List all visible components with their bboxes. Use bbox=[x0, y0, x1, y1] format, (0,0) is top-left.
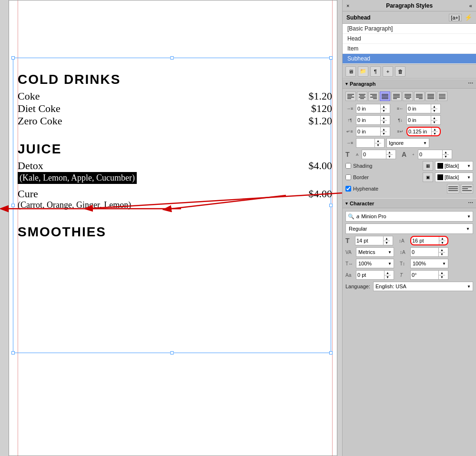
size-up[interactable]: ▲ bbox=[384, 236, 390, 241]
last-indent-field[interactable] bbox=[407, 129, 431, 134]
indent-right-field[interactable] bbox=[407, 106, 431, 111]
space-after-input[interactable]: ▲ ▼ bbox=[406, 115, 441, 125]
indent-left-field[interactable] bbox=[356, 106, 380, 111]
leading-down[interactable]: ▼ bbox=[439, 241, 446, 245]
align-justify[interactable] bbox=[380, 91, 390, 101]
space-before-field[interactable] bbox=[356, 117, 380, 123]
style-item-subhead[interactable]: Subhead bbox=[343, 54, 476, 64]
handle-bl[interactable] bbox=[11, 351, 15, 355]
indent-left-down[interactable]: ▼ bbox=[381, 109, 387, 113]
shift-input[interactable]: ▲ ▼ bbox=[410, 247, 448, 257]
character-section-menu[interactable]: ⋯ bbox=[468, 200, 473, 206]
first-indent-up[interactable]: ▲ bbox=[381, 127, 387, 132]
size-field[interactable] bbox=[355, 238, 383, 243]
style-item-basic[interactable]: [Basic Paragraph] bbox=[343, 24, 476, 34]
vscale-select[interactable]: 100% ▼ bbox=[410, 259, 448, 268]
baseline-field[interactable] bbox=[356, 272, 384, 278]
handle-tl[interactable] bbox=[11, 56, 15, 60]
baseline-up[interactable]: ▲ bbox=[385, 271, 391, 275]
ignore-spin-field[interactable] bbox=[356, 140, 375, 146]
ignore-spin[interactable]: ▲ ▼ bbox=[356, 138, 385, 148]
space-after-down[interactable]: ▼ bbox=[431, 121, 437, 125]
size-down[interactable]: ▼ bbox=[384, 241, 390, 245]
space-after-up[interactable]: ▲ bbox=[431, 116, 437, 121]
first-indent-input[interactable]: ▲ ▼ bbox=[356, 127, 390, 136]
kern-select[interactable]: Metrics ▼ bbox=[356, 247, 394, 257]
drop-cap-lines-field[interactable] bbox=[362, 152, 386, 157]
close-button[interactable]: × bbox=[346, 3, 349, 9]
handle-bc[interactable] bbox=[171, 351, 174, 355]
add-style-btn[interactable]: + bbox=[383, 66, 393, 77]
space-after-field[interactable] bbox=[407, 117, 431, 123]
space-before-down[interactable]: ▼ bbox=[381, 121, 387, 125]
first-indent-field[interactable] bbox=[356, 129, 380, 134]
indent-right-down[interactable]: ▼ bbox=[431, 109, 437, 113]
font-search-row[interactable]: 🔍 a ▼ bbox=[345, 211, 473, 222]
handle-tr[interactable] bbox=[329, 56, 333, 60]
indent-right-up[interactable]: ▲ bbox=[431, 104, 437, 109]
ignore-select[interactable]: Ignore ▼ bbox=[386, 138, 429, 148]
shading-checkbox[interactable] bbox=[345, 163, 351, 169]
drop-cap-chars[interactable]: ▲ ▼ bbox=[418, 150, 452, 159]
lightning-icon[interactable]: ⚡ bbox=[465, 14, 472, 21]
drop-cap-lines[interactable]: ▲ ▼ bbox=[362, 150, 396, 159]
indent-right-input[interactable]: ▲ ▼ bbox=[406, 104, 441, 113]
space-before-up[interactable]: ▲ bbox=[381, 116, 387, 121]
hyph-btn2[interactable] bbox=[461, 184, 473, 193]
drop-cap-lines-down[interactable]: ▼ bbox=[386, 155, 393, 159]
hyphenate-checkbox[interactable] bbox=[345, 186, 351, 192]
bracket-icon[interactable]: [a+] bbox=[449, 14, 462, 21]
language-select[interactable]: English: USA ▼ bbox=[373, 282, 473, 291]
style-item-item[interactable]: Item bbox=[343, 44, 476, 54]
skew-up[interactable]: ▲ bbox=[439, 271, 445, 275]
align-last-justify[interactable] bbox=[437, 91, 447, 101]
paragraph-mark-btn[interactable]: ¶ bbox=[370, 66, 381, 77]
drop-cap-lines-up[interactable]: ▲ bbox=[386, 150, 393, 155]
character-section-header[interactable]: ▾ Character ⋯ bbox=[343, 198, 476, 208]
skew-field[interactable] bbox=[411, 272, 438, 278]
collapse-button[interactable]: « bbox=[469, 3, 472, 9]
shift-field[interactable] bbox=[411, 249, 438, 255]
delete-style-btn[interactable]: 🗑 bbox=[395, 66, 405, 77]
drop-cap-chars-down[interactable]: ▼ bbox=[443, 155, 449, 159]
baseline-down[interactable]: ▼ bbox=[385, 275, 391, 280]
skew-input[interactable]: ▲ ▼ bbox=[410, 270, 448, 280]
monitor-icon-btn[interactable]: 🖥 bbox=[345, 66, 356, 77]
align-left[interactable] bbox=[345, 91, 356, 101]
font-name-arrow[interactable]: ▼ bbox=[467, 214, 471, 219]
skew-down[interactable]: ▼ bbox=[439, 275, 445, 280]
size-input[interactable]: ▲ ▼ bbox=[355, 236, 393, 245]
border-checkbox[interactable] bbox=[345, 174, 351, 180]
indent-left-input[interactable]: ▲ ▼ bbox=[356, 104, 390, 113]
hyph-btn1[interactable] bbox=[447, 184, 459, 193]
ignore-up[interactable]: ▲ bbox=[375, 139, 381, 143]
border-grid-icon[interactable]: ▣ bbox=[423, 172, 433, 182]
handle-br[interactable] bbox=[329, 351, 333, 355]
align-justify-all[interactable] bbox=[425, 91, 436, 101]
shift-down[interactable]: ▼ bbox=[439, 253, 445, 257]
last-indent-down[interactable]: ▼ bbox=[432, 132, 438, 136]
baseline-input[interactable]: ▲ ▼ bbox=[356, 270, 394, 280]
align-center[interactable] bbox=[357, 91, 367, 101]
last-indent-input[interactable]: ▲ ▼ bbox=[406, 127, 441, 136]
leading-up[interactable]: ▲ bbox=[439, 237, 446, 241]
paragraph-section-menu[interactable]: ⋯ bbox=[468, 81, 473, 87]
handle-ml[interactable] bbox=[11, 204, 15, 207]
hscale-select[interactable]: 100% ▼ bbox=[356, 259, 394, 268]
font-style-dropdown[interactable]: Regular ▼ bbox=[345, 223, 473, 234]
font-name-input[interactable] bbox=[361, 213, 465, 219]
shading-color-select[interactable]: [Black] ▼ bbox=[435, 161, 473, 171]
handle-tc[interactable] bbox=[171, 56, 174, 60]
align-justify-last-right[interactable] bbox=[414, 91, 425, 101]
drop-cap-chars-field[interactable] bbox=[418, 152, 442, 157]
align-justify-last-center[interactable] bbox=[403, 91, 413, 101]
leading-input[interactable]: ▲ ▼ bbox=[410, 236, 448, 245]
shift-up[interactable]: ▲ bbox=[439, 248, 445, 253]
align-right[interactable] bbox=[368, 91, 379, 101]
indent-left-up[interactable]: ▲ bbox=[381, 104, 387, 109]
leading-field[interactable] bbox=[411, 238, 439, 243]
space-before-input[interactable]: ▲ ▼ bbox=[356, 115, 390, 125]
align-justify-last-left[interactable] bbox=[391, 91, 402, 101]
border-color-select[interactable]: [Black] ▼ bbox=[435, 172, 473, 182]
shading-grid-icon[interactable]: ▦ bbox=[423, 161, 433, 171]
